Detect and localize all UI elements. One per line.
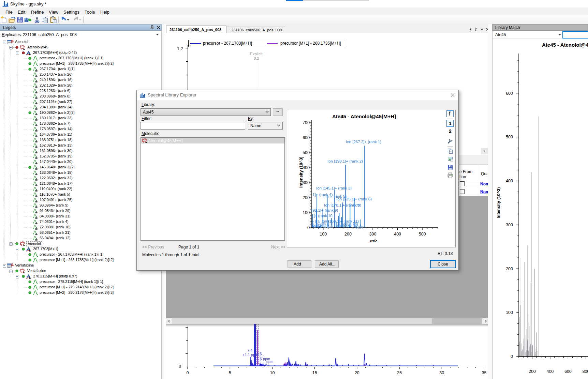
svg-text:Intensity (10^3): Intensity (10^3) [496,187,501,218]
svg-text:Intensity (10^3): Intensity (10^3) [299,156,304,187]
